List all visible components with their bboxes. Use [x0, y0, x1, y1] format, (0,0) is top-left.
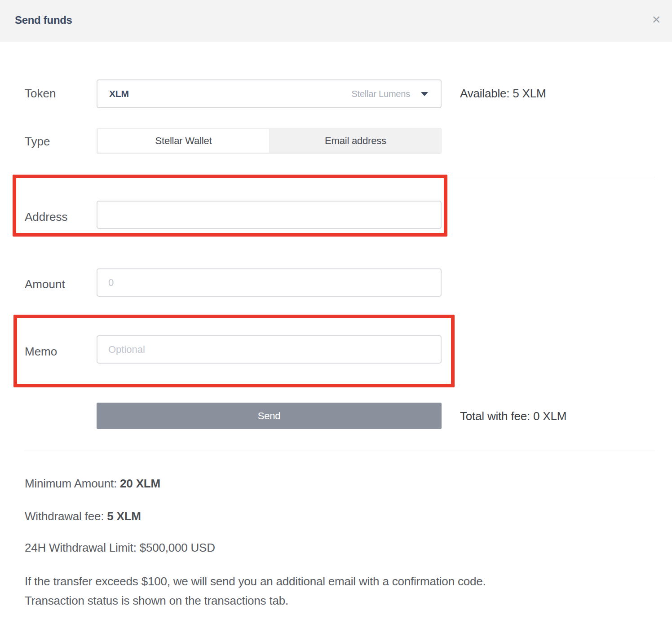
amount-label: Amount	[25, 277, 65, 291]
confirmation-note: If the transfer exceeds $100, we will se…	[25, 572, 654, 610]
withdrawal-fee-label: Withdrawal fee:	[25, 509, 107, 523]
confirmation-note-line2: Transaction status is shown on the trans…	[25, 591, 654, 610]
token-fullname: Stellar Lumens	[351, 89, 410, 99]
withdrawal-fee-line: Withdrawal fee: 5 XLM	[25, 509, 141, 523]
send-funds-dialog: Send funds × Token XLM Stellar Lumens Av…	[0, 0, 672, 632]
dialog-header: Send funds ×	[0, 0, 672, 42]
section-divider-bottom	[25, 451, 654, 451]
token-select[interactable]: XLM Stellar Lumens	[97, 79, 442, 108]
chevron-down-icon	[421, 92, 428, 96]
memo-input[interactable]	[97, 335, 442, 364]
close-icon[interactable]: ×	[646, 9, 667, 30]
type-label: Type	[25, 135, 50, 149]
total-with-fee: Total with fee: 0 XLM	[460, 409, 566, 423]
available-balance: Available: 5 XLM	[460, 87, 546, 101]
minimum-amount-label: Minimum Amount:	[25, 477, 120, 490]
section-divider-top	[25, 177, 654, 177]
token-label: Token	[25, 87, 56, 101]
type-tab-group: Stellar Wallet Email address	[97, 128, 442, 154]
address-input[interactable]	[97, 201, 442, 229]
dialog-title: Send funds	[15, 0, 72, 40]
confirmation-note-line1: If the transfer exceeds $100, we will se…	[25, 572, 654, 591]
tab-email-address[interactable]: Email address	[270, 128, 441, 154]
withdrawal-limit-line: 24H Withdrawal Limit: $500,000 USD	[25, 541, 215, 555]
withdrawal-fee-value: 5 XLM	[107, 509, 141, 523]
minimum-amount-value: 20 XLM	[120, 477, 160, 490]
memo-label: Memo	[25, 345, 57, 359]
token-symbol: XLM	[109, 88, 129, 99]
minimum-amount-line: Minimum Amount: 20 XLM	[25, 477, 160, 491]
send-button[interactable]: Send	[97, 403, 442, 429]
tab-stellar-wallet[interactable]: Stellar Wallet	[98, 129, 269, 153]
amount-input[interactable]	[97, 268, 442, 297]
address-label: Address	[25, 210, 67, 224]
